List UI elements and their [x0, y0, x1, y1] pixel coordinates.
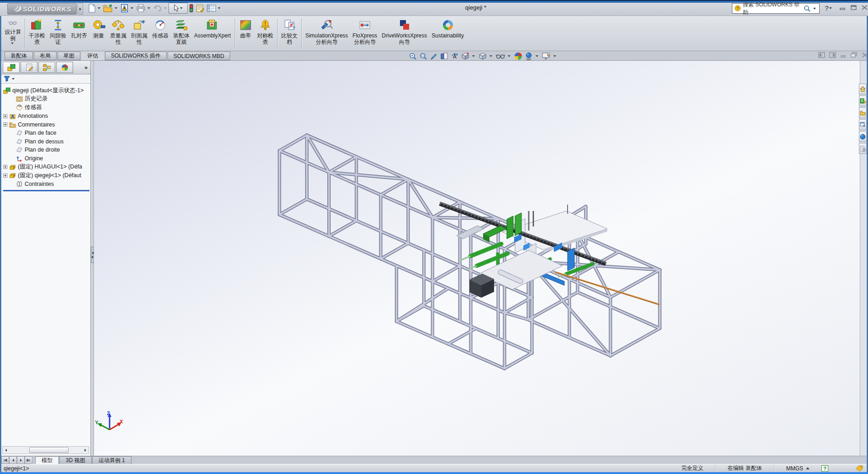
ribbon-curvature-button[interactable]: 曲率: [237, 16, 255, 50]
logo-expand-button[interactable]: [78, 3, 83, 15]
tab-displaymanager[interactable]: [56, 62, 73, 73]
dropdown-caret[interactable]: [553, 55, 556, 57]
help-menu-button[interactable]: ?: [825, 4, 833, 12]
tree-item-history[interactable]: 历史记录: [3, 95, 90, 104]
expand-plus-icon[interactable]: [3, 174, 7, 178]
tab-3d-views[interactable]: 3D 视图: [59, 456, 92, 464]
tab-sketch[interactable]: 草图: [58, 52, 80, 60]
tree-item-qiegeji-1[interactable]: (固定) qiegeji<1> (Défaut: [3, 171, 90, 180]
display-style-icon[interactable]: [479, 52, 487, 60]
previous-view-icon[interactable]: [430, 52, 438, 60]
ribbon-section-properties-button[interactable]: 剖面属性: [129, 16, 150, 50]
tree-item-contraintes[interactable]: Contraintes: [3, 180, 90, 189]
tree-item-huagui[interactable]: (固定) HUAGUI<1> (Défa: [3, 163, 90, 171]
last-tab-button[interactable]: [25, 456, 32, 464]
tree-root-assembly[interactable]: qiegeji (Défaut<显示状态-1>: [3, 86, 90, 95]
dropdown-caret[interactable]: [536, 55, 538, 57]
scroll-left-arrow[interactable]: [3, 447, 9, 453]
next-tab-button[interactable]: [17, 456, 25, 464]
tab-featuremanager-tree[interactable]: [3, 62, 20, 73]
split-pane-left-icon[interactable]: [818, 52, 825, 58]
resources-home-button[interactable]: [859, 84, 867, 95]
tab-layout[interactable]: 布局: [34, 52, 57, 60]
split-pane-right-icon[interactable]: [829, 52, 836, 58]
print-button[interactable]: [135, 3, 147, 14]
file-explorer-button[interactable]: [859, 107, 867, 118]
dropdown-caret[interactable]: [115, 7, 117, 9]
tab-assembly[interactable]: 装配体: [5, 52, 33, 60]
dropdown-caret[interactable]: [98, 7, 100, 9]
tab-propertymanager[interactable]: [21, 62, 37, 73]
quick-tips-button[interactable]: ?: [821, 465, 828, 472]
ribbon-clearance-verify-button[interactable]: 间隙验证: [47, 16, 68, 50]
model-3d-canvas[interactable]: [94, 61, 860, 456]
search-icon[interactable]: [804, 5, 811, 12]
expand-plus-icon[interactable]: [3, 165, 7, 169]
zoom-to-fit-icon[interactable]: [409, 52, 417, 60]
tree-item-commentaires[interactable]: Commentaires: [3, 120, 90, 129]
apply-scene-icon[interactable]: [525, 52, 533, 60]
previous-tab-button[interactable]: [9, 456, 17, 464]
tab-solidworks-addins[interactable]: SOLIDWORKS 插件: [105, 52, 167, 60]
ribbon-mass-properties-button[interactable]: 质量属性: [108, 16, 129, 50]
scroll-right-arrow[interactable]: [82, 447, 89, 453]
status-units-selector[interactable]: MMGS: [786, 465, 810, 472]
dropdown-caret[interactable]: [147, 7, 150, 9]
panel-more-button[interactable]: »: [84, 64, 89, 71]
ribbon-simulationxpress-button[interactable]: SimulationXpress分析向导: [303, 16, 350, 50]
dropdown-caret[interactable]: [131, 7, 133, 9]
tree-item-plan-de-face[interactable]: Plan de face: [3, 129, 90, 137]
dropdown-caret[interactable]: [164, 7, 167, 9]
ribbon-sustainability-button[interactable]: Sustainability: [429, 16, 466, 50]
tree-item-plan-de-dessus[interactable]: Plan de dessus: [3, 137, 90, 146]
ribbon-design-study-button[interactable]: 设计算 例: [2, 16, 23, 50]
publish-edrawings-button[interactable]: [119, 3, 130, 14]
ribbon-floxpress-button[interactable]: FloXpress分析向导: [350, 16, 379, 50]
first-tab-button[interactable]: [1, 456, 9, 464]
graphics-viewport[interactable]: Z X Y: [94, 61, 860, 456]
rotate-view-icon[interactable]: [451, 52, 459, 60]
rollback-bar[interactable]: [3, 190, 89, 191]
ribbon-sensors-button[interactable]: 传感器: [150, 16, 171, 50]
tab-evaluate[interactable]: 评估: [81, 52, 104, 60]
tags-icon[interactable]: [856, 465, 863, 472]
ribbon-compare-documents-button[interactable]: ? 比较文档: [279, 16, 300, 50]
rebuild-lights-button[interactable]: [188, 3, 195, 14]
search-dropdown-caret[interactable]: [813, 8, 816, 10]
dropdown-caret[interactable]: [11, 42, 14, 44]
custom-properties-button[interactable]: [859, 143, 867, 154]
appearances-scenes-button[interactable]: [859, 131, 867, 142]
select-tool-button[interactable]: [168, 3, 188, 14]
panel-horizontal-scrollbar[interactable]: [2, 446, 89, 454]
restore-window-button[interactable]: [850, 5, 857, 11]
dropdown-caret[interactable]: [218, 7, 221, 9]
ribbon-assembly-visualization-button[interactable]: 装配体直观: [171, 16, 192, 50]
search-input[interactable]: 搜索 SOLIDWORKS 帮助: [743, 1, 802, 16]
expand-plus-icon[interactable]: [3, 122, 7, 126]
ribbon-interference-check-button[interactable]: 干涉检查: [26, 16, 47, 50]
hide-show-items-icon[interactable]: [496, 53, 505, 60]
dropdown-caret[interactable]: [472, 55, 475, 57]
undo-button[interactable]: [152, 3, 163, 14]
tree-item-plan-de-droite[interactable]: Plan de droite: [3, 146, 90, 154]
tab-solidworks-mbd[interactable]: SOLIDWORKS MBD: [168, 52, 230, 60]
options-button[interactable]: [206, 3, 217, 14]
ribbon-assemblyxpert-button[interactable]: AssemblyXpert: [192, 16, 233, 50]
file-properties-button[interactable]: [195, 3, 205, 14]
tab-model[interactable]: 模型: [35, 456, 59, 464]
search-box[interactable]: ? 搜索 SOLIDWORKS 帮助: [732, 3, 820, 14]
ribbon-driveworksxpress-button[interactable]: DriveWorksXpress向导: [379, 16, 429, 50]
design-library-button[interactable]: [859, 95, 867, 106]
minimize-document-icon[interactable]: [840, 52, 847, 58]
section-view-icon[interactable]: [440, 52, 448, 60]
tree-item-origine[interactable]: Origine: [3, 154, 90, 163]
tab-motion-study-1[interactable]: 运动算例 1: [92, 456, 132, 464]
expand-plus-icon[interactable]: [3, 114, 7, 118]
view-orientation-icon[interactable]: [461, 52, 469, 60]
ribbon-hole-alignment-button[interactable]: 孔对齐: [68, 16, 89, 50]
filter-dropdown-caret[interactable]: [12, 78, 15, 80]
restore-document-icon[interactable]: [851, 52, 857, 58]
close-window-button[interactable]: [861, 5, 868, 11]
scrollbar-thumb[interactable]: [29, 447, 68, 453]
tab-configurationmanager[interactable]: [38, 62, 55, 73]
